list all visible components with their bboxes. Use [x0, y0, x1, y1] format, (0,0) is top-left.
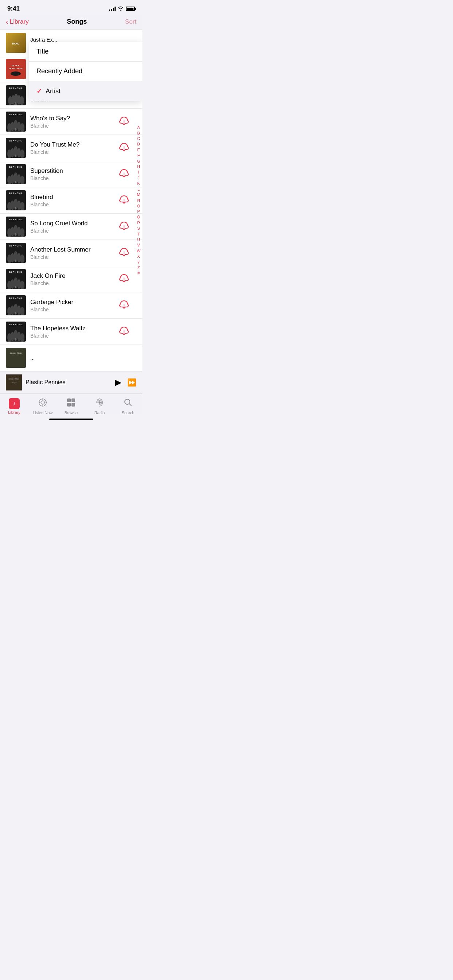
alpha-u[interactable]: U: [136, 237, 142, 242]
tab-library[interactable]: ♪ Library: [0, 398, 29, 415]
song-item[interactable]: songs + things ...: [0, 345, 142, 371]
svg-point-88: [20, 307, 24, 315]
song-artist: Blanche: [30, 149, 116, 155]
svg-text:✝: ✝: [15, 181, 16, 183]
download-icon[interactable]: [119, 168, 129, 180]
sort-option-artist[interactable]: ✓ Artist: [29, 81, 142, 101]
song-item[interactable]: BLANCHE ✝ Jack On Fire Blanche: [0, 266, 142, 293]
download-icon[interactable]: [119, 221, 129, 233]
alpha-l[interactable]: L: [136, 187, 142, 192]
album-art: BLANCHE ✝: [6, 164, 26, 184]
download-icon[interactable]: [119, 116, 129, 128]
download-icon[interactable]: [119, 273, 129, 285]
song-item[interactable]: BLANCHE ✝ Who's to Say? Blanche: [0, 109, 142, 135]
alpha-s[interactable]: S: [136, 226, 142, 231]
song-artist: Blanche: [30, 280, 116, 286]
fast-forward-button[interactable]: ⏩: [127, 378, 136, 387]
song-title: Bluebird: [30, 194, 116, 201]
tab-listen-now[interactable]: Listen Now: [29, 398, 57, 415]
alpha-d[interactable]: D: [136, 142, 142, 147]
svg-text:BLANCHE: BLANCHE: [9, 297, 22, 299]
album-art: BLANCHE: [6, 85, 26, 105]
alpha-f[interactable]: F: [136, 153, 142, 158]
sort-option-title[interactable]: Title: [29, 42, 142, 62]
checkmark-icon: ✓: [37, 87, 42, 95]
alpha-x[interactable]: X: [136, 254, 142, 259]
alpha-g[interactable]: G: [136, 159, 142, 164]
alpha-k[interactable]: K: [136, 181, 142, 186]
alpha-p[interactable]: P: [136, 209, 142, 215]
alpha-q[interactable]: Q: [136, 215, 142, 220]
alpha-a[interactable]: A: [136, 125, 142, 130]
back-label: Library: [10, 18, 29, 25]
song-title: Do You Trust Me?: [30, 141, 116, 148]
svg-text:BLANCHE: BLANCHE: [9, 245, 22, 247]
alpha-c[interactable]: C: [136, 136, 142, 142]
song-item[interactable]: BLANCHE ✝ Do You Trust Me? Blanche: [0, 135, 142, 161]
alpha-w[interactable]: W: [136, 248, 142, 254]
wifi-icon: [118, 6, 124, 12]
alpha-i[interactable]: I: [136, 170, 142, 175]
song-artist: Blanche: [30, 228, 116, 234]
svg-text:BLANCHE: BLANCHE: [9, 271, 22, 273]
song-item[interactable]: BLANCHE ✝ Superstition Blanche: [0, 161, 142, 188]
song-title: Jack On Fire: [30, 272, 116, 280]
song-item[interactable]: BLANCHE ✝ Bluebird Blanche: [0, 188, 142, 214]
alpha-hash[interactable]: #: [136, 270, 142, 276]
svg-rect-110: [72, 403, 75, 407]
sort-option-recently-added[interactable]: Recently Added: [29, 62, 142, 81]
alpha-n[interactable]: N: [136, 197, 142, 203]
download-icon[interactable]: [119, 142, 129, 154]
alpha-z[interactable]: Z: [136, 265, 142, 270]
svg-point-34: [20, 150, 24, 158]
sort-button[interactable]: Sort: [125, 18, 136, 25]
alpha-h[interactable]: H: [136, 164, 142, 170]
svg-text:✝: ✝: [15, 155, 16, 157]
play-button[interactable]: ▶: [115, 378, 121, 387]
song-item[interactable]: BLANCHE ✝ Another Lost Summer Blanche: [0, 240, 142, 266]
svg-text:songs+things: songs+things: [8, 378, 19, 380]
svg-text:✝: ✝: [15, 286, 16, 288]
alpha-b[interactable]: B: [136, 130, 142, 136]
svg-point-18: [14, 104, 18, 105]
download-icon[interactable]: [119, 299, 129, 312]
sort-dropdown: Title Recently Added ✓ Artist: [29, 42, 142, 101]
album-art: BLANCHE ✝: [6, 295, 26, 315]
song-artist: Blanche: [30, 175, 116, 181]
svg-text:✝: ✝: [15, 208, 16, 210]
back-button[interactable]: ‹ Library: [6, 18, 29, 26]
tab-listen-now-label: Listen Now: [33, 410, 53, 415]
svg-point-43: [20, 176, 24, 184]
song-item[interactable]: BLANCHE ✝ So Long Cruel World Blanche: [0, 214, 142, 240]
song-title: ...: [30, 355, 136, 361]
song-artist: Blanche: [30, 307, 116, 312]
alpha-r[interactable]: R: [136, 220, 142, 226]
svg-rect-100: [6, 348, 26, 368]
now-playing-bar[interactable]: songs+things > things > Plastic Pennies …: [0, 371, 142, 394]
alpha-o[interactable]: O: [136, 204, 142, 209]
song-artist: Blanche: [30, 123, 116, 129]
download-icon[interactable]: [119, 326, 129, 338]
svg-text:BLANCHE: BLANCHE: [9, 87, 22, 89]
album-art: BLACK MOUSTACHE: [6, 59, 26, 79]
song-item[interactable]: BLANCHE ✝ Garbage Picker Blanche: [0, 293, 142, 319]
svg-point-111: [99, 401, 100, 404]
tab-search[interactable]: Search: [114, 398, 142, 415]
download-icon[interactable]: [119, 247, 129, 259]
svg-text:BAND: BAND: [12, 42, 19, 45]
album-art: BLANCHE ✝: [6, 138, 26, 158]
tab-browse[interactable]: Browse: [57, 398, 85, 415]
alpha-v[interactable]: V: [136, 242, 142, 248]
alpha-m[interactable]: M: [136, 192, 142, 197]
svg-point-25: [20, 123, 24, 132]
download-icon[interactable]: [119, 194, 129, 207]
tab-radio[interactable]: Radio: [85, 398, 114, 415]
alpha-j[interactable]: J: [136, 175, 142, 181]
alpha-y[interactable]: Y: [136, 259, 142, 265]
alpha-t[interactable]: T: [136, 232, 142, 237]
tab-search-label: Search: [122, 410, 135, 415]
svg-text:✝: ✝: [15, 260, 16, 262]
song-item[interactable]: BLANCHE ✝ The Hopeless Waltz Blanche: [0, 319, 142, 345]
alpha-e[interactable]: E: [136, 147, 142, 153]
now-playing-title: Plastic Pennies: [26, 379, 115, 386]
